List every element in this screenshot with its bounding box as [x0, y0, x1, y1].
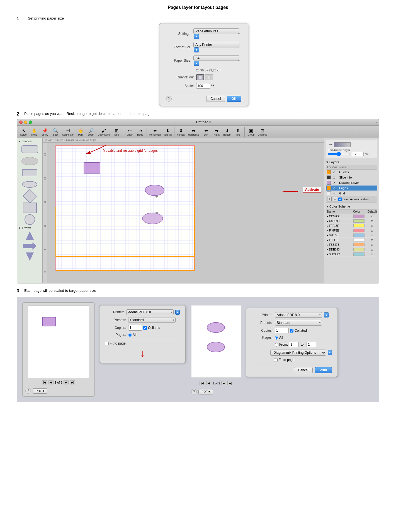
format-select-btn[interactable]: ▼ [194, 47, 199, 52]
tool-zoom[interactable]: 🔎 Zoom [86, 128, 96, 137]
expand-icon[interactable]: » [375, 121, 377, 124]
paper-select[interactable]: A4 [193, 55, 239, 61]
print-button-2[interactable]: Print [315, 367, 332, 373]
color-row-6[interactable]: ▸ FBB273 □ [326, 242, 377, 247]
color-row-0[interactable]: ▸ CC99CC ✓ [326, 214, 377, 219]
cancel-button-2[interactable]: Cancel [294, 367, 312, 373]
fit-check-1[interactable] [105, 342, 109, 345]
tool-horizontal[interactable]: ⬌ Horizontal [148, 128, 162, 137]
tool-group[interactable]: ▣ Group [246, 128, 256, 137]
tool-sticky[interactable]: 📌 Sticky [40, 128, 50, 137]
printer-up-btn-1[interactable]: ▲ [175, 310, 180, 315]
help-btn-2[interactable]: ? [191, 389, 197, 394]
tool-move[interactable]: ✋ Move [29, 128, 39, 137]
tool-right[interactable]: ➡ Right [212, 128, 222, 137]
arrow-length-input[interactable]: 1.25 [351, 152, 364, 156]
shape-rounded-rect[interactable] [18, 144, 41, 155]
maximize-button[interactable] [29, 121, 32, 124]
landscape-button[interactable]: ⬜ [205, 74, 213, 80]
portrait-button[interactable]: ⬜ [196, 74, 204, 80]
pages-all-radio-2[interactable] [275, 336, 278, 340]
add-layer-button[interactable]: + [327, 197, 332, 201]
color-row-8[interactable]: ▸ 98D3DC □ [326, 252, 377, 257]
shape-square-rect[interactable] [18, 203, 41, 213]
printer-up-btn-2[interactable]: ▲ [324, 312, 329, 317]
layer-row-grid[interactable]: ✓ Grid [326, 191, 377, 196]
layer-row-slideinfo[interactable]: □ Slide info [326, 175, 377, 180]
tool-select[interactable]: ↖ Select [19, 128, 29, 137]
layer-row-pages[interactable]: ✓ Pages [326, 186, 377, 191]
layer-row-drawing[interactable]: ✓ Drawing Layer [326, 180, 377, 186]
arrow-down[interactable] [18, 252, 41, 261]
help-btn-1[interactable]: ? [25, 388, 31, 394]
placed-shape-1[interactable] [84, 162, 100, 174]
presets-select-1[interactable]: Standard [128, 317, 176, 323]
shape-cloud[interactable] [18, 156, 41, 166]
layer-auto-check[interactable]: Layer Auto-activation [338, 198, 368, 201]
copies-input-2[interactable] [275, 328, 289, 333]
tool-copy-style[interactable]: 🖌 Copy Style [97, 128, 111, 137]
next-page-button-1[interactable]: ▶ [64, 380, 69, 384]
from-input-2[interactable] [289, 342, 299, 347]
tool-ungroup[interactable]: ⊡ Ungroup [257, 128, 269, 137]
shape-circle[interactable] [18, 214, 41, 225]
last-page-button-1[interactable]: ▶| [70, 380, 76, 384]
pages-from-radio-2[interactable] [275, 343, 278, 346]
color-row-5[interactable]: ▸ FFFFFF □ [326, 238, 377, 242]
paper-select-btn[interactable]: ▼ [194, 61, 199, 66]
fit-check-2[interactable] [274, 358, 278, 362]
shape-oval[interactable] [18, 179, 41, 190]
ok-button[interactable]: OK [227, 96, 241, 102]
layer-row-guides[interactable]: ✓ Guides [326, 170, 377, 175]
last-page-button-2[interactable]: ▶| [227, 381, 233, 385]
tool-connector[interactable]: ⊣ Connector [61, 128, 75, 137]
format-select[interactable]: Any Printer [193, 42, 239, 47]
remove-layer-button[interactable]: − [333, 197, 337, 201]
arrow-right[interactable] [18, 241, 41, 251]
color-row-4[interactable]: ▸ 97C7EB □ [326, 233, 377, 238]
printer-select-2[interactable]: Adobe PDF 8.0 [275, 312, 322, 318]
tool-vertical[interactable]: ⬍ Vertical [162, 128, 173, 137]
color-row-2[interactable]: ▸ FFF15F □ [326, 223, 377, 228]
tool-redo[interactable]: ↪ Redo [135, 128, 145, 137]
tool-horizontal-2[interactable]: ⬌ Horizontal [187, 128, 201, 137]
placed-oval-1[interactable] [145, 185, 164, 196]
settings-select[interactable]: Page Attributes [193, 28, 239, 34]
close-button[interactable] [19, 121, 23, 124]
prev-page-button-2[interactable]: ◀ [206, 381, 211, 385]
canvas-inner[interactable]: Movable and resizable grid for pages Act… [47, 143, 324, 283]
first-page-button-1[interactable]: |◀ [42, 380, 48, 384]
cancel-button[interactable]: Cancel [206, 96, 225, 102]
color-row-7[interactable]: ▸ DDE093 □ [326, 247, 377, 252]
shape-diamond[interactable] [18, 191, 41, 201]
presets-select-2[interactable]: Standard [275, 320, 322, 326]
pages-all-radio-1[interactable] [128, 333, 132, 337]
help-button[interactable]: ? [166, 96, 172, 102]
arrow-length-slider[interactable] [328, 152, 350, 156]
layer-auto-checkbox[interactable] [338, 198, 342, 201]
shape-rect[interactable] [18, 167, 41, 178]
collated-check-1[interactable] [143, 326, 147, 330]
color-row-3[interactable]: ▸ F48F9B □ [326, 228, 377, 233]
copies-input-1[interactable] [128, 325, 142, 331]
first-page-button-2[interactable]: |◀ [200, 381, 205, 385]
printer-select-1[interactable]: Adobe PDF 8.0 [126, 309, 174, 315]
tool-table[interactable]: ⊞ Table [111, 128, 122, 137]
tool-pan[interactable]: 👋 Pan [76, 128, 86, 137]
to-input-2[interactable] [307, 342, 316, 347]
tool-bottom[interactable]: ⬇ Bottom [222, 128, 232, 137]
pdf-button-1[interactable]: PDF ▾ [33, 388, 47, 394]
tool-top[interactable]: ⬆ Top [233, 128, 243, 137]
diagrammix-select[interactable]: Diagrammix Printing Options [270, 350, 326, 356]
settings-select-btn[interactable]: ▼ [194, 34, 199, 39]
tool-left[interactable]: ⬅ Left [201, 128, 211, 137]
prev-page-button-1[interactable]: ◀ [48, 380, 54, 384]
next-page-button-2[interactable]: ▶ [221, 381, 226, 385]
collated-check-2[interactable] [290, 329, 293, 333]
color-row-1[interactable]: ▸ C8DF90 □ [326, 219, 377, 223]
tool-spot[interactable]: 🔍 Spot [50, 128, 60, 137]
arrow-up[interactable] [18, 231, 41, 240]
diagrammix-btn[interactable]: ▼ [328, 350, 332, 355]
scale-input[interactable]: 100 [196, 83, 210, 89]
pdf-button-2[interactable]: PDF ▾ [198, 389, 213, 394]
